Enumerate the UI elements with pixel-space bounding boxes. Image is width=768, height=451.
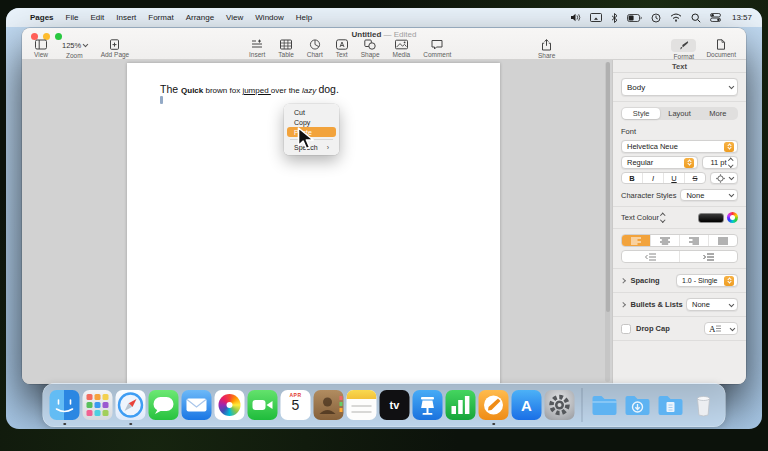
table-button[interactable]: Table (278, 39, 294, 58)
format-sidebar: Text Body Style Layout More Font (612, 60, 746, 384)
svg-text:A: A (709, 324, 716, 333)
canvas-scrollbar[interactable] (605, 62, 610, 382)
search-icon[interactable] (691, 13, 701, 23)
drop-cap-checkbox[interactable] (621, 324, 631, 334)
text-colour-swatch[interactable] (698, 213, 724, 223)
menu-file[interactable]: File (60, 13, 85, 22)
context-menu-copy[interactable]: Copy (287, 117, 336, 127)
volume-icon[interactable] (570, 13, 581, 22)
dock-trash-icon[interactable] (689, 390, 719, 420)
style-layout-more-tabs: Style Layout More (621, 107, 738, 120)
spacing-select[interactable]: 1.0 - Single (676, 274, 738, 287)
menu-edit[interactable]: Edit (84, 13, 110, 22)
increase-indent-button[interactable] (680, 251, 737, 262)
format-button[interactable]: Format (671, 39, 696, 60)
dock-finder-icon[interactable] (50, 390, 80, 420)
font-weight-stepper[interactable] (684, 158, 694, 168)
bullets-lists-select[interactable]: None (686, 298, 738, 311)
menu-arrange[interactable]: Arrange (180, 13, 220, 22)
text-insertion-caret (160, 96, 163, 104)
bullets-lists-label: Bullets & Lists (631, 300, 683, 309)
menu-help[interactable]: Help (290, 13, 318, 22)
dock-numbers-icon[interactable] (446, 390, 476, 420)
dock-safari-icon[interactable] (116, 390, 146, 420)
align-justify-button[interactable] (709, 235, 737, 246)
menu-insert[interactable]: Insert (110, 13, 142, 22)
submenu-arrow-icon: › (327, 144, 329, 151)
context-menu-cut[interactable]: Cut (287, 107, 336, 117)
spacing-stepper[interactable] (724, 276, 734, 286)
text-run-over-the: over the (271, 86, 302, 95)
drop-cap-style-select[interactable]: A (704, 322, 738, 335)
menu-bar: Pages File Edit Insert Format Arrange Vi… (6, 8, 762, 27)
dock-messages-icon[interactable] (149, 390, 179, 420)
character-styles-select[interactable]: None (680, 189, 738, 201)
tab-style[interactable]: Style (622, 108, 660, 119)
dock-facetime-icon[interactable] (248, 390, 278, 420)
advanced-text-options-button[interactable] (710, 172, 738, 184)
dock-contacts-icon[interactable] (314, 390, 344, 420)
underline-button[interactable]: U (664, 173, 685, 183)
tab-layout[interactable]: Layout (660, 108, 698, 119)
bold-button[interactable]: B (622, 173, 643, 183)
spacing-disclosure-icon[interactable] (620, 278, 625, 283)
align-left-button[interactable] (622, 235, 651, 246)
document-text-line[interactable]: The Quick brown fox jumped over the lazy… (160, 83, 339, 95)
screen: Pages File Edit Insert Format Arrange Vi… (6, 8, 762, 429)
font-weight-select[interactable]: Regular (621, 156, 698, 169)
clock-icon[interactable] (651, 13, 661, 23)
font-family-stepper[interactable] (724, 142, 734, 152)
dock-notes-icon[interactable] (347, 390, 377, 420)
window-chrome: Untitled — Edited View 125% Zoom Add Pag… (22, 28, 746, 60)
dock-launchpad-icon[interactable] (83, 390, 113, 420)
text-run-lazy: lazy (302, 86, 318, 95)
control-center-icon[interactable] (710, 13, 721, 22)
paragraph-style-select[interactable]: Body (621, 78, 738, 96)
dock-settings-icon[interactable] (545, 390, 575, 420)
decrease-indent-button[interactable] (622, 251, 680, 262)
menu-app-name[interactable]: Pages (24, 13, 60, 22)
media-button[interactable]: Media (393, 39, 411, 58)
wifi-icon[interactable] (670, 13, 682, 22)
document-button[interactable]: Document (706, 39, 736, 60)
dock-downloads-folder-icon[interactable] (623, 390, 653, 420)
menu-window[interactable]: Window (249, 13, 289, 22)
dock-calendar-icon[interactable]: APR 5 (281, 390, 311, 420)
share-button[interactable]: Share (538, 39, 555, 59)
bluetooth-icon[interactable] (611, 13, 618, 23)
italic-button[interactable]: I (643, 173, 664, 183)
dock-documents-folder-icon[interactable] (656, 390, 686, 420)
bullets-disclosure-icon[interactable] (620, 302, 625, 307)
shape-button[interactable]: Shape (361, 39, 380, 58)
desktop-background: Pages File Edit Insert Format Arrange Vi… (0, 0, 768, 451)
dock-appstore-icon[interactable]: A (512, 390, 542, 420)
align-center-button[interactable] (651, 235, 680, 246)
colour-wheel-button[interactable] (727, 212, 738, 223)
comment-button[interactable]: Comment (423, 39, 451, 58)
tab-more[interactable]: More (699, 108, 737, 119)
dock-folder-icon[interactable] (590, 390, 620, 420)
text-run-dog: dog. (318, 83, 338, 95)
mouse-cursor (297, 127, 317, 155)
font-family-select[interactable]: Helvetica Neue (621, 140, 738, 153)
add-page-button[interactable]: Add Page (101, 39, 130, 58)
dock-pages-icon[interactable] (479, 390, 509, 420)
menu-view[interactable]: View (220, 13, 249, 22)
dock-separator (582, 388, 583, 422)
align-right-button[interactable] (680, 235, 709, 246)
text-button[interactable]: Text (336, 39, 348, 58)
font-size-field[interactable]: 11 pt (702, 156, 738, 169)
view-button[interactable]: View (34, 39, 48, 58)
dock-photos-icon[interactable] (215, 390, 245, 420)
menu-format[interactable]: Format (142, 13, 179, 22)
insert-button[interactable]: Insert (249, 39, 265, 58)
dock-appletv-icon[interactable]: tv (380, 390, 410, 420)
dock-mail-icon[interactable] (182, 390, 212, 420)
zoom-control[interactable]: 125% Zoom (62, 39, 87, 59)
dock-keynote-icon[interactable] (413, 390, 443, 420)
battery-icon[interactable] (627, 14, 642, 22)
screen-mirroring-icon[interactable] (590, 13, 602, 22)
chart-button[interactable]: Chart (307, 39, 323, 58)
menu-bar-clock[interactable]: 13:57 (730, 13, 752, 22)
strikethrough-button[interactable]: S (685, 173, 705, 183)
